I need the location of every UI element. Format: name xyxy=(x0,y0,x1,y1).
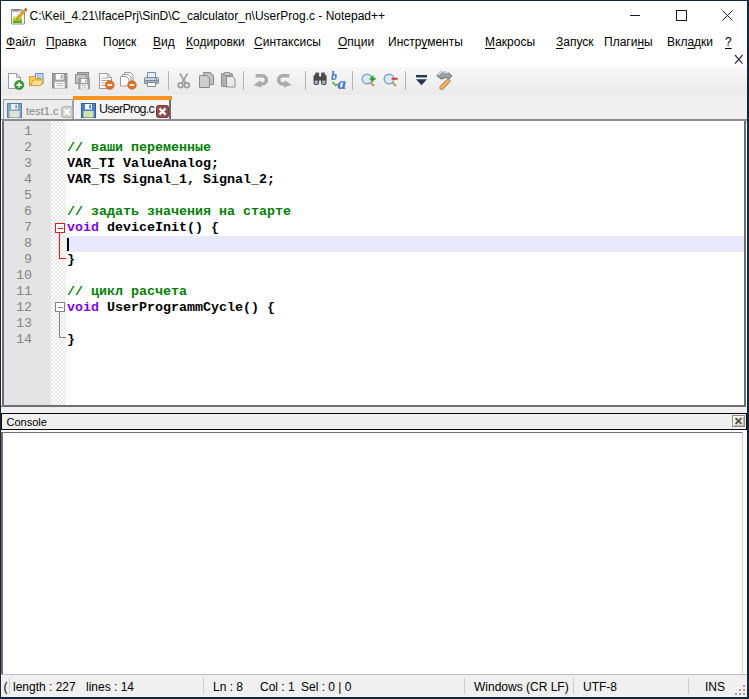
svg-text:b: b xyxy=(331,69,337,83)
svg-text:a: a xyxy=(338,74,347,93)
